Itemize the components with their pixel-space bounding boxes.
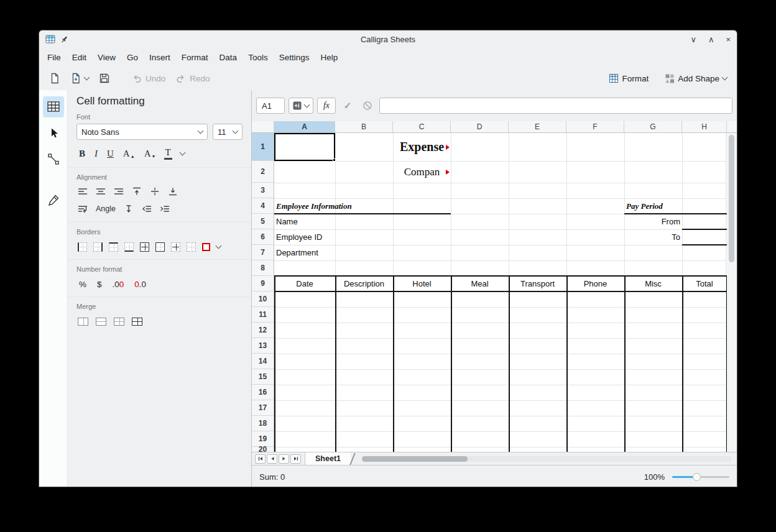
table-header-date[interactable]: Date (274, 276, 335, 291)
border-outline-button[interactable] (155, 242, 165, 252)
decrease-precision-button[interactable]: 0.0 (134, 280, 146, 289)
menu-insert[interactable]: Insert (144, 51, 176, 64)
border-left-button[interactable] (78, 242, 87, 252)
merge-horizontal-button[interactable] (96, 318, 106, 326)
cell-a7[interactable]: Department (274, 245, 367, 260)
formula-fx-button[interactable]: fx (317, 98, 336, 114)
row-header-14[interactable]: 14 (252, 354, 274, 369)
cell-g4[interactable]: Pay Period (624, 198, 699, 214)
next-sheet-button[interactable] (279, 454, 289, 464)
column-header-e[interactable]: E (509, 121, 566, 132)
row-header-17[interactable]: 17 (252, 400, 274, 416)
border-top-button[interactable] (109, 242, 118, 252)
table-header-meal[interactable]: Meal (451, 276, 509, 291)
menu-tools[interactable]: Tools (242, 51, 274, 64)
angle-button[interactable]: Angle (96, 204, 116, 213)
window-minimize-button[interactable]: ∨ (690, 35, 696, 44)
open-document-button[interactable] (67, 70, 93, 86)
increase-indent-button[interactable] (160, 204, 170, 214)
align-left-button[interactable] (78, 186, 88, 196)
align-top-button[interactable] (132, 186, 142, 196)
increase-precision-button[interactable]: .00 (113, 280, 124, 289)
align-center-button[interactable] (96, 186, 106, 196)
connector-tool-button[interactable] (43, 149, 64, 170)
column-header-f[interactable]: F (566, 121, 624, 132)
cancel-button[interactable] (359, 98, 376, 114)
column-header-d[interactable]: D (451, 121, 509, 132)
font-family-select[interactable]: Noto Sans (76, 124, 208, 140)
zoom-slider[interactable] (672, 473, 729, 481)
sheet-tab-sheet1[interactable]: Sheet1 (305, 452, 351, 466)
align-middle-button[interactable] (150, 186, 160, 196)
menu-data[interactable]: Data (214, 51, 243, 64)
cell-a6[interactable]: Employee ID (274, 229, 367, 245)
cell-reference-box[interactable]: A1 (256, 98, 285, 114)
column-header-h[interactable]: H (682, 121, 727, 132)
calligraphy-tool-button[interactable] (43, 190, 64, 211)
vertical-text-button[interactable] (124, 204, 134, 214)
row-header-2[interactable]: 2 (252, 161, 274, 183)
underline-button[interactable]: U (107, 149, 114, 159)
text-color-button[interactable]: T (165, 147, 170, 160)
selected-cell-a1[interactable] (274, 133, 335, 161)
row-header-13[interactable]: 13 (252, 338, 274, 354)
subscript-button[interactable]: A▼ (144, 149, 156, 159)
currency-format-button[interactable]: $ (97, 280, 102, 289)
column-header-c[interactable]: C (393, 121, 451, 132)
table-header-misc[interactable]: Misc (624, 276, 682, 291)
cell-c2[interactable]: Compan (393, 161, 451, 183)
vertical-scrollbar-thumb[interactable] (729, 135, 734, 262)
select-all-corner[interactable] (252, 121, 274, 132)
border-color-swatch[interactable] (202, 243, 210, 251)
percent-format-button[interactable]: % (79, 280, 86, 289)
border-right-button[interactable] (93, 242, 103, 252)
menu-format[interactable]: Format (176, 51, 214, 64)
column-header-b[interactable]: B (335, 121, 393, 132)
row-header-15[interactable]: 15 (252, 369, 274, 385)
menu-go[interactable]: Go (121, 51, 144, 64)
align-right-button[interactable] (114, 186, 124, 196)
last-sheet-button[interactable] (290, 454, 301, 464)
formula-input[interactable] (379, 98, 732, 114)
selection-handle[interactable] (333, 158, 336, 162)
window-maximize-button[interactable]: ∧ (708, 35, 714, 44)
apply-button[interactable]: ✓ (340, 98, 356, 114)
add-shape-button[interactable]: Add Shape (661, 71, 731, 86)
table-header-phone[interactable]: Phone (566, 276, 624, 291)
menu-file[interactable]: File (42, 51, 67, 64)
row-header-11[interactable]: 11 (252, 307, 274, 323)
cell-c1[interactable]: Expense (393, 133, 451, 161)
bold-button[interactable]: B (79, 149, 85, 159)
dissolve-merge-button[interactable] (132, 318, 142, 326)
decrease-indent-button[interactable] (142, 204, 152, 214)
cell-tool-button[interactable] (43, 96, 64, 117)
align-bottom-button[interactable] (168, 186, 178, 196)
horizontal-scrollbar[interactable] (362, 456, 732, 462)
selection-list-button[interactable] (289, 98, 313, 114)
cell-g5[interactable]: From (624, 214, 682, 229)
undo-button[interactable]: Undo (127, 70, 169, 86)
wrap-text-button[interactable] (78, 204, 88, 214)
titlebar[interactable]: Calligra Sheets ∨ ∧ × (39, 30, 737, 48)
row-header-16[interactable]: 16 (252, 385, 274, 400)
cell-a5[interactable]: Name (274, 214, 367, 229)
column-header-g[interactable]: G (624, 121, 682, 132)
row-header-6[interactable]: 6 (252, 229, 274, 245)
vertical-scrollbar[interactable] (726, 133, 737, 452)
merge-vertical-button[interactable] (114, 318, 124, 326)
table-header-transport[interactable]: Transport (509, 276, 566, 291)
font-size-select[interactable]: 11 (213, 124, 242, 140)
format-button[interactable]: Format (605, 71, 652, 86)
table-header-hotel[interactable]: Hotel (393, 276, 451, 291)
row-header-20[interactable]: 20 (252, 447, 274, 452)
border-all-button[interactable] (140, 242, 149, 252)
cell-a4[interactable]: Employee Information (274, 198, 411, 214)
border-inner-button[interactable] (171, 242, 180, 252)
row-header-9[interactable]: 9 (252, 276, 274, 291)
row-header-8[interactable]: 8 (252, 260, 274, 276)
selection-tool-button[interactable] (43, 122, 64, 144)
border-bottom-button[interactable] (124, 242, 134, 252)
menu-help[interactable]: Help (315, 51, 343, 64)
row-header-10[interactable]: 10 (252, 291, 274, 307)
cell-g6[interactable]: To (624, 229, 682, 245)
